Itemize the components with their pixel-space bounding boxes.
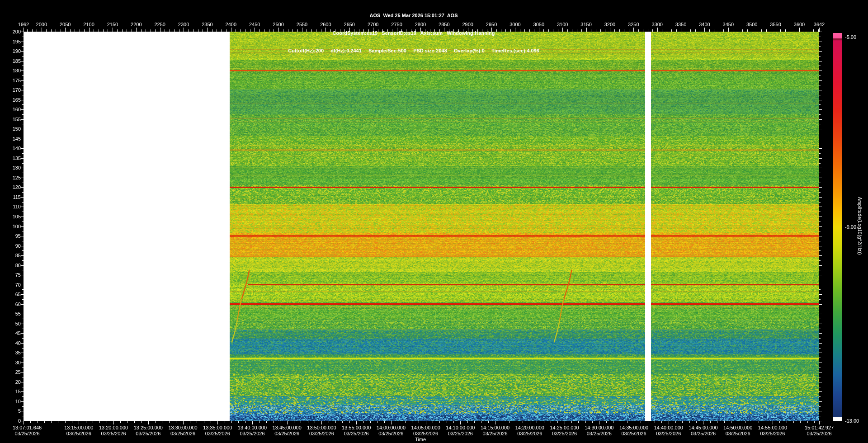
left-axis-tick-label: 85 bbox=[15, 253, 21, 258]
left-axis-tick-label: 160 bbox=[13, 107, 21, 112]
top-axis-tick-label: 3250 bbox=[628, 22, 639, 27]
top-axis-tick-label: 2500 bbox=[273, 22, 283, 27]
top-axis-tick-label: 3100 bbox=[557, 22, 568, 27]
bottom-axis-tick-label: 14:45:00.00003/25/2026 bbox=[689, 425, 717, 437]
date-value: 03/25/2026 bbox=[723, 431, 752, 437]
top-axis-tick-label: 1962 bbox=[18, 22, 29, 27]
time-value: 13:30:00.000 bbox=[168, 425, 197, 431]
date-value: 03/25/2026 bbox=[515, 431, 544, 437]
bottom-axis-tick-label: 14:30:00.00003/25/2026 bbox=[585, 425, 613, 437]
left-axis-tick-label: 35 bbox=[15, 350, 21, 355]
date-value: 03/25/2026 bbox=[99, 431, 128, 437]
bottom-axis-tick-label: 14:50:00.00003/25/2026 bbox=[723, 425, 752, 437]
top-axis-tick-label: 2900 bbox=[462, 22, 473, 27]
time-value: 14:30:00.000 bbox=[585, 425, 613, 431]
bottom-axis-tick-label: 13:50:00.00003/25/2026 bbox=[307, 425, 336, 437]
date-value: 03/25/2026 bbox=[377, 431, 406, 437]
left-axis-tick-label: 10 bbox=[15, 399, 21, 404]
date-value: 03/25/2026 bbox=[273, 431, 302, 437]
date-value: 03/25/2026 bbox=[203, 431, 232, 437]
left-axis-tick-label: 180 bbox=[13, 68, 21, 73]
top-axis-tick-label: 3000 bbox=[509, 22, 520, 27]
top-axis-tick-label: 3150 bbox=[580, 22, 591, 27]
time-value: 13:20:00.000 bbox=[99, 425, 128, 431]
time-value: 13:35:00.000 bbox=[203, 425, 232, 431]
date-value: 03/25/2026 bbox=[805, 431, 834, 437]
top-axis-tick-label: 2400 bbox=[226, 22, 236, 27]
colorbar-tick-label: -9.00 bbox=[845, 224, 856, 230]
time-value: 14:40:00.000 bbox=[654, 425, 683, 431]
date-value: 03/25/2026 bbox=[64, 431, 93, 437]
left-axis-tick-label: 140 bbox=[13, 146, 21, 151]
top-axis-tick-label: 2000 bbox=[36, 22, 47, 27]
left-axis-tick-label: 90 bbox=[15, 243, 21, 249]
bottom-axis-tick-label: 13:40:00.00003/25/2026 bbox=[238, 425, 267, 437]
time-value: 13:07:01.646 bbox=[13, 425, 42, 431]
top-axis-tick-label: 3500 bbox=[746, 22, 757, 27]
top-axis-tick-label: 2950 bbox=[486, 22, 497, 27]
left-axis-tick-label: 115 bbox=[13, 194, 21, 200]
left-axis-tick-label: 130 bbox=[13, 165, 21, 170]
time-value: 14:10:00.000 bbox=[446, 425, 475, 431]
date-value: 03/25/2026 bbox=[411, 431, 440, 437]
top-axis-tick-label: 2750 bbox=[391, 22, 402, 27]
left-axis-tick-label: 185 bbox=[13, 58, 21, 64]
top-axis-tick-label: 3200 bbox=[604, 22, 615, 27]
left-axis-tick-label: 125 bbox=[13, 175, 21, 180]
date-value: 03/25/2026 bbox=[13, 431, 42, 437]
left-axis-tick-label: 40 bbox=[15, 340, 21, 346]
time-value: 14:45:00.000 bbox=[689, 425, 717, 431]
header: AOS Wed 25 Mar 2026 15:01:27 AOS CoordSy… bbox=[0, 1, 827, 66]
bottom-axis-tick-label: 13:15:00.00003/25/2026 bbox=[64, 425, 93, 437]
time-value: 14:25:00.000 bbox=[550, 425, 579, 431]
left-axis-tick-label: 175 bbox=[13, 78, 21, 83]
time-axis-title: Time bbox=[415, 437, 426, 442]
top-axis-tick-label: 3350 bbox=[675, 22, 686, 27]
bottom-axis-tick-label: 14:00:00.00003/25/2026 bbox=[377, 425, 406, 437]
time-value: 13:40:00.000 bbox=[238, 425, 267, 431]
time-value: 14:35:00.000 bbox=[619, 425, 648, 431]
top-axis-tick-label: 3600 bbox=[794, 22, 805, 27]
left-axis-tick-label: 15 bbox=[15, 389, 21, 394]
date-value: 03/25/2026 bbox=[619, 431, 648, 437]
bottom-axis-tick-label: 13:45:00.00003/25/2026 bbox=[273, 425, 302, 437]
top-axis-tick-label: 2550 bbox=[297, 22, 307, 27]
time-value: 14:50:00.000 bbox=[723, 425, 752, 431]
bottom-axis-tick-label: 14:15:00.00003/25/2026 bbox=[481, 425, 509, 437]
date-value: 03/25/2026 bbox=[585, 431, 613, 437]
left-axis-tick-label: 75 bbox=[15, 272, 21, 278]
bottom-axis-tick-label: 14:55:00.00003/25/2026 bbox=[758, 425, 787, 437]
header-settings-line2: Cuttoff(Hz):200 df(Hz):0.2441 Sample/Sec… bbox=[0, 48, 827, 54]
header-title: AOS Wed 25 Mar 2026 15:01:27 AOS bbox=[0, 13, 827, 19]
top-axis-tick-label: 2250 bbox=[154, 22, 165, 27]
header-settings-line1: CoordSystem:es19 SensorID:es19 Axis:sum … bbox=[0, 30, 827, 36]
top-axis-tick-label: 2350 bbox=[202, 22, 212, 27]
left-axis-tick-label: 60 bbox=[15, 302, 21, 307]
left-axis-tick-label: 155 bbox=[13, 117, 21, 122]
bottom-axis-tick-label: 13:25:00.00003/25/2026 bbox=[134, 425, 163, 437]
top-axis-tick-label: 2450 bbox=[249, 22, 260, 27]
time-value: 14:55:00.000 bbox=[758, 425, 787, 431]
top-axis-tick-label: 3300 bbox=[651, 22, 662, 27]
top-axis-tick-label: 2100 bbox=[83, 22, 94, 27]
top-axis-tick-label: 3400 bbox=[699, 22, 710, 27]
bottom-axis-tick-label: 13:30:00.00003/25/2026 bbox=[168, 425, 197, 437]
top-axis-tick-label: 2150 bbox=[107, 22, 118, 27]
left-axis-tick-label: 110 bbox=[13, 204, 21, 209]
date-value: 03/25/2026 bbox=[307, 431, 336, 437]
date-value: 03/25/2026 bbox=[134, 431, 163, 437]
left-axis-tick-label: 150 bbox=[13, 126, 21, 132]
top-axis-tick-label: 2050 bbox=[60, 22, 71, 27]
bottom-axis-tick-label: 14:05:00.00003/25/2026 bbox=[411, 425, 440, 437]
bottom-axis-tick-label: 14:40:00.00003/25/2026 bbox=[654, 425, 683, 437]
top-axis-tick-label: 3450 bbox=[723, 22, 734, 27]
left-axis-tick-label: 135 bbox=[13, 156, 21, 161]
date-value: 03/25/2026 bbox=[342, 431, 371, 437]
left-axis-tick-label: 195 bbox=[13, 39, 21, 44]
colorbar-tick-label: -13.00 bbox=[845, 418, 859, 424]
date-value: 03/25/2026 bbox=[238, 431, 267, 437]
time-value: 14:05:00.000 bbox=[411, 425, 440, 431]
top-axis-tick-label: 2800 bbox=[415, 22, 426, 27]
date-value: 03/25/2026 bbox=[654, 431, 683, 437]
top-axis-tick-label: 3642 bbox=[814, 22, 825, 27]
